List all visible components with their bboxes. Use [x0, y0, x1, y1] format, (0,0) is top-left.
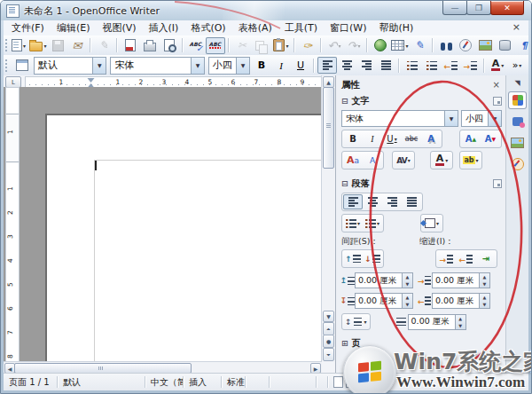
insert-table-icon[interactable]: ▾: [390, 37, 410, 54]
sidebar-decrease-indent-button[interactable]: [457, 251, 476, 266]
book-view-icon[interactable]: [361, 376, 371, 388]
increase-paragraph-spacing-button[interactable]: ↑: [343, 251, 363, 266]
data-sources-icon[interactable]: [495, 37, 514, 54]
title-bar[interactable]: 未命名 1 - OpenOffice Writer — ❐ ✕: [1, 1, 531, 20]
increase-indent-button[interactable]: [461, 57, 481, 74]
align-left-button[interactable]: [317, 57, 337, 74]
document-page[interactable]: [45, 114, 322, 362]
menu-item[interactable]: 窗口(W): [324, 20, 372, 35]
menu-item[interactable]: 工具(T): [278, 20, 324, 35]
gallery-icon[interactable]: [475, 37, 495, 54]
italic-button[interactable]: I: [271, 57, 291, 74]
sidebar-menu-icon[interactable]: ◥: [508, 77, 527, 88]
hyperlink-icon[interactable]: [371, 37, 390, 54]
paste-icon[interactable]: ▾: [271, 37, 291, 54]
spinner-arrows[interactable]: ▲▼: [455, 315, 466, 329]
align-center-button[interactable]: [337, 57, 356, 74]
vertical-scrollbar[interactable]: ▲ ▼ ⏶ ● ⏷: [321, 75, 335, 362]
paragraph-dialog-launcher-icon[interactable]: [493, 179, 502, 188]
status-cell[interactable]: 页面 1 / 1: [4, 376, 58, 388]
menu-item[interactable]: 表格(A): [232, 20, 278, 35]
paragraph-background-button[interactable]: ▾: [422, 216, 442, 231]
spacing-below-spinner[interactable]: 0.00 厘米 ▲▼: [355, 293, 413, 309]
spinner-arrows[interactable]: ▲▼: [479, 294, 489, 308]
navigator-icon[interactable]: [456, 37, 475, 54]
sidebar-font-color-button[interactable]: A▾: [432, 153, 451, 168]
sidebar-bold-button[interactable]: B: [343, 131, 363, 146]
scroll-down-button[interactable]: ▼: [323, 311, 334, 322]
font-color-button[interactable]: A▾: [488, 57, 507, 74]
increase-font-size-button[interactable]: A▲: [461, 131, 481, 146]
new-document-icon[interactable]: ▾: [9, 37, 28, 54]
previous-page-button[interactable]: ⏶: [323, 322, 334, 335]
next-page-button[interactable]: ⏷: [323, 348, 334, 361]
text-shadow-button[interactable]: A: [421, 131, 441, 146]
status-cell[interactable]: [270, 376, 317, 388]
sidebar-font-name-combo[interactable]: 宋体▼: [341, 110, 458, 127]
line-spacing-button[interactable]: ↕▾: [341, 313, 371, 330]
bullet-list-button[interactable]: [422, 57, 442, 74]
spinner-arrows[interactable]: ▲▼: [479, 273, 489, 288]
text-dialog-launcher-icon[interactable]: [493, 97, 502, 106]
menu-item[interactable]: 格式(O): [184, 20, 231, 35]
font-size-combo[interactable]: 小四▼: [208, 57, 250, 75]
menu-item[interactable]: 文件(F): [5, 20, 51, 35]
spellcheck-icon[interactable]: [186, 37, 206, 54]
align-justify-button[interactable]: [376, 57, 395, 74]
paragraph-section-header[interactable]: ⊟ 段落: [341, 177, 502, 190]
close-button[interactable]: ✕: [490, 1, 524, 15]
maximize-button[interactable]: ❐: [466, 1, 491, 15]
highlight-color-button[interactable]: ab▾: [461, 153, 481, 168]
collapse-icon[interactable]: ⊟: [341, 179, 348, 188]
expand-icon[interactable]: ⊞: [341, 339, 348, 348]
sidebar-align-center-button[interactable]: [363, 194, 382, 209]
auto-spellcheck-icon[interactable]: [206, 37, 225, 54]
format-paintbrush-icon[interactable]: [298, 37, 317, 54]
minimize-button[interactable]: —: [442, 1, 467, 15]
lowercase-button[interactable]: A: [363, 153, 382, 168]
spinner-arrows[interactable]: ▲▼: [402, 273, 412, 288]
numbered-list-button[interactable]: [403, 57, 422, 74]
switch-indent-button[interactable]: ⇥: [476, 251, 496, 266]
sidebar-align-right-button[interactable]: [382, 194, 402, 209]
chevron-down-icon[interactable]: ▼: [236, 58, 249, 74]
first-line-indent-spinner[interactable]: 0.00 厘米 ▲▼: [408, 314, 466, 330]
vertical-scroll-thumb[interactable]: [323, 87, 334, 169]
tab-styles[interactable]: [508, 113, 527, 130]
sidebar-increase-indent-button[interactable]: [437, 251, 457, 266]
sidebar-font-size-combo[interactable]: 小四▼: [461, 110, 502, 127]
decrease-indent-button[interactable]: [442, 57, 461, 74]
character-spacing-button[interactable]: AV▾: [394, 153, 413, 168]
decrease-font-size-button[interactable]: A▼: [481, 131, 500, 146]
status-cell[interactable]: [246, 376, 270, 388]
font-name-combo[interactable]: 宋体▼: [110, 57, 205, 75]
status-cell[interactable]: 标准: [222, 376, 246, 388]
email-icon[interactable]: [67, 37, 87, 54]
spacing-above-spinner[interactable]: 0.00 厘米 ▲▼: [355, 272, 413, 288]
single-page-view-icon[interactable]: [333, 376, 343, 388]
indent-before-spinner[interactable]: 0.00 厘米 ▲▼: [432, 272, 490, 288]
paragraph-style-combo[interactable]: 默认▼: [34, 57, 107, 75]
decrease-paragraph-spacing-button[interactable]: ↓: [363, 251, 382, 266]
toolbar-grip[interactable]: [5, 39, 7, 51]
tab-gallery[interactable]: [508, 134, 527, 152]
menu-item[interactable]: 帮助(H): [373, 20, 420, 35]
find-replace-icon[interactable]: [436, 37, 456, 54]
sidebar-bullet-list-button[interactable]: ▾: [343, 216, 363, 231]
collapse-icon[interactable]: ⊟: [341, 97, 348, 106]
align-right-button[interactable]: [356, 57, 376, 74]
chevron-down-icon[interactable]: ▼: [92, 58, 106, 74]
open-icon[interactable]: ▾: [28, 37, 48, 54]
sidebar-align-justify-button[interactable]: [402, 194, 421, 209]
text-section-header[interactable]: ⊟ 文字: [341, 94, 502, 107]
formatting-toolbar-overflow-icon[interactable]: »▾: [507, 57, 527, 74]
sidebar-close-icon[interactable]: ×: [491, 80, 502, 90]
status-cell[interactable]: [317, 376, 328, 388]
toolbar-grip[interactable]: [5, 59, 11, 72]
status-cell[interactable]: 默认: [58, 376, 145, 388]
print-icon[interactable]: [140, 37, 160, 54]
tab-properties[interactable]: [508, 91, 527, 109]
chevron-down-icon[interactable]: ▼: [488, 111, 501, 126]
export-pdf-icon[interactable]: [121, 37, 140, 54]
status-cell[interactable]: 中文（简体）: [145, 376, 184, 388]
